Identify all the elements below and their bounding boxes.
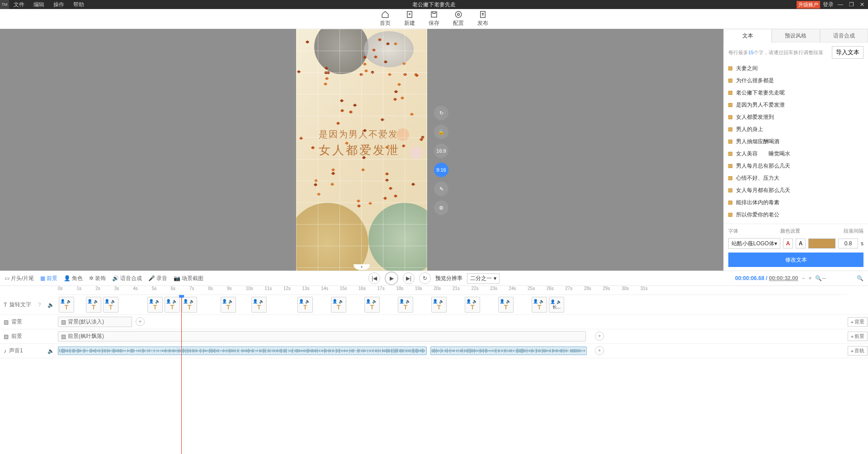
aspect-9-16-button[interactable]: 9:16 (434, 163, 448, 177)
canvas-edit-button[interactable]: ✎ (434, 182, 448, 196)
text-clip[interactable]: 👤 🔈T (431, 297, 447, 313)
modify-text-button[interactable]: 修改文本 (728, 253, 863, 267)
bg-clip[interactable]: ▨ 背景(默认淡入) (58, 317, 132, 327)
text-line[interactable]: 女人每月都有那么几天 (728, 184, 863, 197)
text-line[interactable]: 老公撇下老妻先走呢 (728, 87, 863, 99)
toolbar-config[interactable]: 配置 (453, 10, 464, 27)
text-line-list[interactable]: 夫妻之间为什么很多都是老公撇下老妻先走呢是因为男人不爱发泄女人都爱发泄到男人的身… (724, 62, 868, 224)
add-fg-inline[interactable]: + (595, 332, 604, 341)
import-text-button[interactable]: 导入文本 (832, 46, 863, 59)
text-clip[interactable]: 👤 🔈T (221, 297, 236, 313)
audio-clip[interactable] (430, 346, 587, 355)
canvas-settings-button[interactable]: ⚙ (434, 201, 448, 215)
mute-icon[interactable]: 🔈 (47, 302, 54, 308)
text-clip-long[interactable]: 👤 🔈长... (549, 297, 564, 313)
text-clip[interactable]: 👤 🔈T (59, 297, 74, 313)
menu-file[interactable]: 文件 (9, 1, 29, 9)
tl-foreground[interactable]: ▦ 前景 (40, 275, 57, 282)
text-line[interactable]: 能排出体内的毒素 (728, 197, 863, 209)
prev-button[interactable]: |◀ (368, 272, 380, 284)
text-line[interactable]: 女人美容 睡觉喝水 (728, 148, 863, 160)
text-line[interactable]: 所以你爱你的老公 (728, 209, 863, 221)
audio-clip[interactable] (58, 346, 427, 355)
add-audio-inline[interactable]: + (595, 346, 604, 355)
text-clip[interactable]: 👤 🔈T (165, 297, 180, 313)
text-clip[interactable]: 👤 🔈T (331, 297, 346, 313)
zoom-in[interactable]: + (808, 275, 811, 281)
menu-edit[interactable]: 编辑 (29, 1, 49, 9)
text-line[interactable]: 女人都爱发泄到 (728, 111, 863, 123)
toolbar-publish[interactable]: 发布 (477, 10, 488, 27)
timeline-toolbar: ▭ 片头/片尾 ▦ 前景 👤 角色 ✲ 装饰 🔊 语音合成 🎤 录音 📷 场景截… (0, 271, 868, 286)
text-clip[interactable]: 👤 🔈T (398, 297, 413, 313)
maximize-button[interactable]: ❐ (847, 0, 855, 9)
toolbar-new[interactable]: 新建 (404, 10, 415, 27)
canvas-lock-button[interactable]: 🔒 (434, 125, 448, 139)
line-text: 男人抽烟应酬喝酒 (736, 138, 779, 145)
text-clip[interactable]: 👤 🔈T (147, 297, 163, 313)
add-bg-inline[interactable]: + (136, 317, 145, 326)
text-line[interactable]: 男人抽烟应酬喝酒 (728, 136, 863, 148)
zoom-out[interactable]: − (802, 275, 805, 281)
zoom-slider-icon[interactable]: 🔍─ (815, 275, 826, 281)
text-line[interactable]: 是因为男人不爱发泄 (728, 99, 863, 111)
spacing-unit: s (861, 240, 863, 247)
line-text: 所以你爱你的老公 (736, 211, 779, 219)
tab-preset[interactable]: 预设风格 (772, 29, 820, 42)
line-bullet-icon (728, 66, 732, 70)
tl-role[interactable]: 👤 角色 (64, 275, 83, 282)
toolbar-home[interactable]: 首页 (380, 10, 391, 27)
canvas[interactable]: 是因为男人不爱发泄 女人都爱发泄 (296, 29, 427, 271)
text-clip[interactable]: 👤 🔈T (251, 297, 267, 313)
tl-record[interactable]: 🎤 录音 (148, 275, 167, 282)
text-clip[interactable]: 👤 🔈T (103, 297, 118, 313)
tl-screenshot[interactable]: 📷 场景截图 (174, 275, 203, 282)
help-icon[interactable]: ? (38, 302, 41, 308)
line-text: 男人的身上 (736, 126, 763, 133)
menu-action[interactable]: 操作 (49, 1, 69, 9)
font-select[interactable]: 站酷小薇LOGO体▾ (728, 238, 780, 249)
text-clip[interactable]: 👤 🔈T (86, 297, 101, 313)
text-color-b[interactable]: A (796, 239, 806, 248)
aspect-16-9-button[interactable]: 16:9 (434, 144, 448, 158)
text-clip[interactable]: 👤 🔈T (364, 297, 380, 313)
text-line[interactable]: 夫妻之间 (728, 62, 863, 75)
tl-tts[interactable]: 🔊 语音合成 (112, 275, 142, 282)
tab-text[interactable]: 文本 (724, 29, 772, 42)
text-line[interactable]: 男人每月总有那么几天 (728, 160, 863, 172)
tl-decor[interactable]: ✲ 装饰 (89, 275, 106, 282)
text-clip[interactable]: 👤 🔈T (297, 297, 313, 313)
tl-headtail[interactable]: ▭ 片头/片尾 (5, 275, 34, 282)
text-line[interactable]: 男人的身上 (728, 123, 863, 136)
canvas-refresh-button[interactable]: ↻ (434, 106, 448, 120)
text-clip[interactable]: 👤 🔈T (532, 297, 547, 313)
text-clip[interactable]: 👤 🔈T (182, 297, 197, 313)
text-line[interactable]: 心情不好、压力大 (728, 172, 863, 184)
login-link[interactable]: 登录 (823, 1, 834, 9)
loop-button[interactable]: ↻ (419, 272, 431, 284)
add-bg-button[interactable]: + 背景 (848, 317, 868, 327)
tab-tts[interactable]: 语音合成 (820, 29, 868, 42)
zoom-fit[interactable]: 🔍 (857, 275, 863, 281)
add-fg-button[interactable]: + 前景 (848, 332, 868, 341)
canvas-area[interactable]: 是因为男人不爱发泄 女人都爱发泄 ↻ 🔒 16:9 9:16 ✎ ⚙ ▼ (0, 29, 723, 271)
upgrade-badge[interactable]: 升级账户 (797, 1, 820, 9)
menu-help[interactable]: 帮助 (69, 1, 89, 9)
spacing-input[interactable]: 0.8 (838, 239, 858, 248)
text-clip[interactable]: 👤 🔈T (498, 297, 514, 313)
time-ruler[interactable]: 0s1s2s3s4s5s6s7s8s9s10s11s12s13s14s15s16… (58, 286, 847, 295)
playhead[interactable] (181, 295, 182, 454)
color-swatch[interactable] (808, 239, 835, 248)
fg-clip[interactable]: ▨ 前景(枫叶飘落) (58, 331, 586, 342)
close-button[interactable]: ✕ (858, 0, 866, 9)
minimize-button[interactable]: — (836, 0, 844, 9)
resolution-select[interactable]: 二分之一▾ (467, 273, 500, 284)
text-color-a[interactable]: A (783, 239, 793, 248)
next-button[interactable]: ▶| (403, 272, 415, 284)
add-audio-button[interactable]: + 音轨 (848, 346, 868, 356)
text-clip[interactable]: 👤 🔈T (465, 297, 480, 313)
text-line[interactable]: 为什么很多都是 (728, 75, 863, 87)
play-button[interactable]: ▶ (385, 271, 398, 285)
toolbar-save[interactable]: 保存 (429, 10, 439, 27)
mute-icon[interactable]: 🔈 (47, 348, 54, 354)
